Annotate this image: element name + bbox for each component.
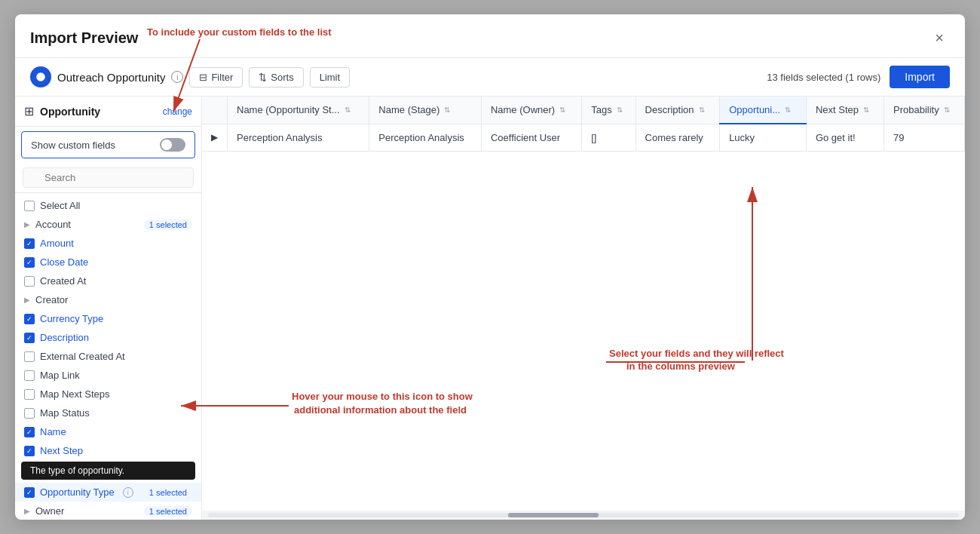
cell-next-step: Go get it! <box>806 124 884 152</box>
field-created-at[interactable]: Created At <box>15 272 201 290</box>
select-all-label: Select All <box>40 200 80 211</box>
col-probability[interactable]: Probability ⇅ <box>884 97 964 124</box>
field-description[interactable]: ✓ Description <box>15 328 201 347</box>
account-badge: 1 selected <box>144 219 192 230</box>
data-table: Name (Opportunity St... ⇅ Name (Stage) ⇅ <box>202 97 965 152</box>
sidebar-entity-name: Opportunity <box>40 106 100 118</box>
sort-icon-3: ⇅ <box>617 106 623 114</box>
field-amount[interactable]: ✓ Amount <box>15 234 201 253</box>
filter-label: Filter <box>211 72 233 83</box>
field-account-label: Account <box>35 219 71 230</box>
sorts-button[interactable]: ⇅ Sorts <box>249 67 303 87</box>
change-link[interactable]: change <box>163 106 192 117</box>
field-creator-label: Creator <box>35 294 68 305</box>
close-button[interactable]: × <box>929 26 950 50</box>
field-description-label: Description <box>40 332 89 343</box>
main-content: Name (Opportunity St... ⇅ Name (Stage) ⇅ <box>202 97 965 520</box>
entity-name: Outreach Opportunity <box>57 71 165 84</box>
horizontal-scrollbar[interactable] <box>202 511 965 520</box>
opportunity-type-badge: 1 selected <box>144 487 192 498</box>
limit-button[interactable]: Limit <box>310 67 350 87</box>
filter-icon: ⊟ <box>199 72 207 83</box>
field-creator[interactable]: ▶ Creator <box>15 290 201 309</box>
col-opportunity[interactable]: Opportuni... ⇅ <box>720 97 807 124</box>
entity-icon <box>30 66 51 87</box>
field-map-next-steps-label: Map Next Steps <box>40 388 110 400</box>
close-date-checkbox[interactable]: ✓ <box>24 257 35 268</box>
svg-point-0 <box>36 72 45 81</box>
map-next-steps-checkbox[interactable] <box>24 389 35 400</box>
field-map-next-steps[interactable]: Map Next Steps <box>15 385 201 404</box>
field-owner[interactable]: ▶ Owner 1 selected <box>15 502 201 520</box>
row-expand-icon[interactable]: ▶ <box>202 124 228 152</box>
field-external-created-at[interactable]: External Created At <box>15 347 201 366</box>
col-tags[interactable]: Tags ⇅ <box>582 97 635 124</box>
sort-icon-4: ⇅ <box>699 106 705 114</box>
field-opportunity-type-label: Opportunity Type <box>40 486 115 498</box>
amount-checkbox[interactable]: ✓ <box>24 238 35 249</box>
entity-info-icon[interactable]: i <box>171 71 183 83</box>
field-opportunity-type[interactable]: ✓ Opportunity Type i 1 selected <box>15 483 201 502</box>
col-name-owner[interactable]: Name (Owner) ⇅ <box>481 97 581 124</box>
sort-icon-0: ⇅ <box>345 106 351 114</box>
col-description[interactable]: Description ⇅ <box>635 97 720 124</box>
select-all-item[interactable]: Select All <box>15 196 201 215</box>
modal-title: Import Preview <box>30 29 138 47</box>
search-input[interactable] <box>23 167 194 188</box>
field-next-step[interactable]: ✓ Next Step <box>15 441 201 460</box>
search-box: 🔍 <box>15 163 201 193</box>
cell-name-opp: Perception Analysis <box>228 124 369 152</box>
map-link-checkbox[interactable] <box>24 370 35 381</box>
sidebar-entity-header: ⊞ Opportunity change <box>15 97 201 127</box>
map-status-checkbox[interactable] <box>24 408 35 419</box>
field-owner-label: Owner <box>35 505 64 517</box>
entity-info: Outreach Opportunity i <box>30 66 183 87</box>
col-name-opportunity-st[interactable]: Name (Opportunity St... ⇅ <box>228 97 369 124</box>
cell-name-owner: Coefficient User <box>481 124 581 152</box>
field-created-at-label: Created At <box>40 275 86 287</box>
filter-button[interactable]: ⊟ Filter <box>189 67 243 87</box>
sorts-icon: ⇅ <box>259 72 267 83</box>
fields-count: 13 fields selected (1 rows) <box>767 72 880 83</box>
table-icon: ⊞ <box>24 104 34 118</box>
cell-description: Comes rarely <box>635 124 720 152</box>
col-name-stage[interactable]: Name (Stage) ⇅ <box>369 97 482 124</box>
field-account[interactable]: ▶ Account 1 selected <box>15 215 201 234</box>
field-external-created-at-label: External Created At <box>40 351 125 362</box>
field-close-date[interactable]: ✓ Close Date <box>15 253 201 272</box>
select-all-checkbox[interactable] <box>24 201 35 211</box>
field-map-status-label: Map Status <box>40 407 90 419</box>
field-map-link[interactable]: Map Link <box>15 366 201 385</box>
cell-tags: [] <box>582 124 635 152</box>
external-created-at-checkbox[interactable] <box>24 351 35 362</box>
sort-icon-7: ⇅ <box>944 106 950 114</box>
name-checkbox[interactable]: ✓ <box>24 427 35 437</box>
created-at-checkbox[interactable] <box>24 276 35 287</box>
description-checkbox[interactable]: ✓ <box>24 333 35 343</box>
field-name[interactable]: ✓ Name <box>15 422 201 441</box>
col-next-step[interactable]: Next Step ⇅ <box>806 97 884 124</box>
opportunity-type-checkbox[interactable]: ✓ <box>24 487 35 498</box>
cell-probability: 79 <box>884 124 964 152</box>
table-row: ▶ Perception Analysis Perception Analysi… <box>202 124 965 152</box>
field-map-status[interactable]: Map Status <box>15 404 201 422</box>
chevron-owner-icon: ▶ <box>24 507 30 515</box>
chevron-creator-icon: ▶ <box>24 296 30 304</box>
field-currency-type[interactable]: ✓ Currency Type <box>15 309 201 328</box>
tooltip-popup: The type of opportunity. <box>21 462 195 480</box>
next-step-checkbox[interactable]: ✓ <box>24 446 35 456</box>
import-button[interactable]: Import <box>890 66 950 88</box>
opportunity-type-info-icon[interactable]: i <box>123 487 133 498</box>
cell-name-stage: Perception Analysis <box>369 124 482 152</box>
custom-fields-toggle[interactable] <box>160 138 185 152</box>
custom-fields-label: Show custom fields <box>31 140 115 151</box>
currency-type-checkbox[interactable]: ✓ <box>24 314 35 324</box>
sort-icon-1: ⇅ <box>444 106 450 114</box>
cell-opportunity: Lucky <box>720 124 807 152</box>
owner-badge: 1 selected <box>144 506 192 517</box>
field-next-step-label: Next Step <box>40 445 83 456</box>
field-map-link-label: Map Link <box>40 370 80 381</box>
field-amount-label: Amount <box>40 238 74 249</box>
table-container: Name (Opportunity St... ⇅ Name (Stage) ⇅ <box>202 97 965 511</box>
field-close-date-label: Close Date <box>40 256 88 268</box>
